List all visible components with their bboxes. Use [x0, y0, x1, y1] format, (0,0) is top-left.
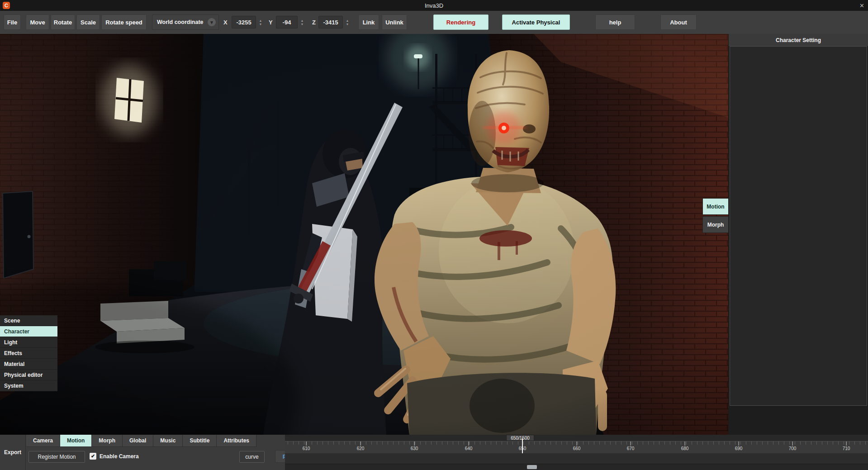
- link-button[interactable]: Link: [358, 14, 379, 30]
- y-coordinate-input[interactable]: [276, 16, 298, 28]
- move-button[interactable]: Move: [26, 14, 49, 30]
- x-coordinate-input[interactable]: [232, 16, 256, 28]
- 3d-viewport[interactable]: [0, 34, 728, 435]
- tab-motion[interactable]: Motion: [60, 435, 92, 447]
- character-setting-body[interactable]: [730, 46, 867, 406]
- scene-category-list: Scene Character Light Effects Material P…: [0, 315, 57, 391]
- tab-subtitle[interactable]: Subtitle: [183, 435, 217, 447]
- bottom-panel: Export Camera Motion Morph Global Music …: [0, 435, 868, 470]
- rotate-button[interactable]: Rotate: [51, 14, 75, 30]
- y-spinner[interactable]: ▲▼: [299, 17, 306, 28]
- sidebar-item-scene[interactable]: Scene: [0, 315, 57, 326]
- scale-button[interactable]: Scale: [76, 14, 100, 30]
- spinner-down-icon[interactable]: ▼: [259, 23, 262, 26]
- timeline[interactable]: 650/1500 610 620 630 640 650 660 670 680…: [285, 435, 868, 470]
- timeline-scrollbar-thumb[interactable]: [527, 465, 537, 469]
- y-axis-label: Y: [269, 14, 273, 30]
- close-icon[interactable]: ✕: [859, 0, 864, 11]
- title-bar: C Inva3D ✕: [0, 0, 868, 11]
- coordinate-dropdown[interactable]: World coordinate ▾: [152, 14, 219, 30]
- side-tab-motion[interactable]: Motion: [702, 198, 729, 215]
- z-spinner[interactable]: ▲▼: [344, 17, 351, 28]
- x-axis-label: X: [223, 14, 228, 30]
- tab-global[interactable]: Global: [123, 435, 153, 447]
- curve-button[interactable]: curve: [239, 451, 265, 463]
- tab-attributes[interactable]: Attributes: [217, 435, 256, 447]
- sidebar-item-effects[interactable]: Effects: [0, 348, 57, 359]
- coordinate-dropdown-value: World coordinate: [152, 19, 204, 25]
- tab-music[interactable]: Music: [153, 435, 183, 447]
- z-axis-label: Z: [312, 14, 316, 30]
- timeline-tick-label: 630: [411, 446, 418, 451]
- timeline-tick-label: 670: [627, 446, 635, 451]
- register-motion-button[interactable]: Register Motion: [28, 451, 85, 463]
- spinner-up-icon[interactable]: ▲: [259, 19, 262, 22]
- timeline-tick-label: 640: [465, 446, 473, 451]
- z-coordinate-input[interactable]: [318, 16, 343, 28]
- bottom-tab-bar: Camera Motion Morph Global Music Subtitl…: [26, 435, 256, 447]
- file-button[interactable]: File: [4, 14, 21, 30]
- main-toolbar: File Move Rotate Scale Rotate speed Worl…: [0, 11, 868, 34]
- export-button[interactable]: Export: [0, 435, 26, 470]
- tab-camera[interactable]: Camera: [26, 435, 60, 447]
- timeline-tick-label: 680: [681, 446, 689, 451]
- sidebar-item-system[interactable]: System: [0, 380, 57, 391]
- timeline-playhead[interactable]: [522, 438, 523, 453]
- side-tab-morph[interactable]: Morph: [702, 216, 729, 233]
- enable-camera-checkbox[interactable]: ✔: [90, 453, 96, 460]
- tab-morph[interactable]: Morph: [92, 435, 123, 447]
- window-title: Inva3D: [0, 0, 868, 11]
- unlink-button[interactable]: Unlink: [382, 14, 407, 30]
- spinner-down-icon[interactable]: ▼: [346, 23, 349, 26]
- frame-indicator: 650/1500: [506, 435, 534, 441]
- sidebar-item-physical-editor[interactable]: Physical editor: [0, 370, 57, 380]
- spinner-up-icon[interactable]: ▲: [301, 19, 304, 22]
- enable-camera-label: Enable Camera: [100, 451, 139, 462]
- timeline-scrollbar[interactable]: [285, 464, 868, 470]
- viewport-scene-render: [0, 34, 728, 435]
- character-setting-title: Character Setting: [729, 34, 868, 46]
- timeline-tick-label: 660: [573, 446, 581, 451]
- sidebar-item-material[interactable]: Material: [0, 359, 57, 370]
- timeline-tick-label: 700: [789, 446, 797, 451]
- rendering-button[interactable]: Rendering: [433, 14, 489, 30]
- timeline-tick-label: 690: [735, 446, 743, 451]
- check-icon: ✔: [91, 453, 95, 459]
- sidebar-item-character[interactable]: Character: [0, 326, 57, 337]
- timeline-ruler[interactable]: 610 620 630 640 650 660 670 680 690 700 …: [285, 441, 868, 454]
- timeline-range-strip: [285, 435, 868, 441]
- timeline-tick-label: 620: [357, 446, 365, 451]
- spinner-up-icon[interactable]: ▲: [346, 19, 349, 22]
- timeline-tick-label: 610: [303, 446, 310, 451]
- about-button[interactable]: About: [660, 14, 697, 30]
- timeline-track-area[interactable]: [285, 453, 868, 464]
- character-setting-panel: Character Setting: [729, 34, 868, 435]
- app-window: C Inva3D ✕ File Move Rotate Scale Rotate…: [0, 0, 868, 470]
- timeline-tick-label: 710: [843, 446, 850, 451]
- help-button[interactable]: help: [595, 14, 635, 30]
- x-spinner[interactable]: ▲▼: [257, 17, 264, 28]
- spinner-down-icon[interactable]: ▼: [301, 23, 304, 26]
- chevron-down-icon: ▾: [208, 18, 216, 26]
- activate-physical-button[interactable]: Activate Physical: [502, 14, 570, 30]
- sidebar-item-light[interactable]: Light: [0, 337, 57, 348]
- rotate-speed-button[interactable]: Rotate speed: [101, 14, 147, 30]
